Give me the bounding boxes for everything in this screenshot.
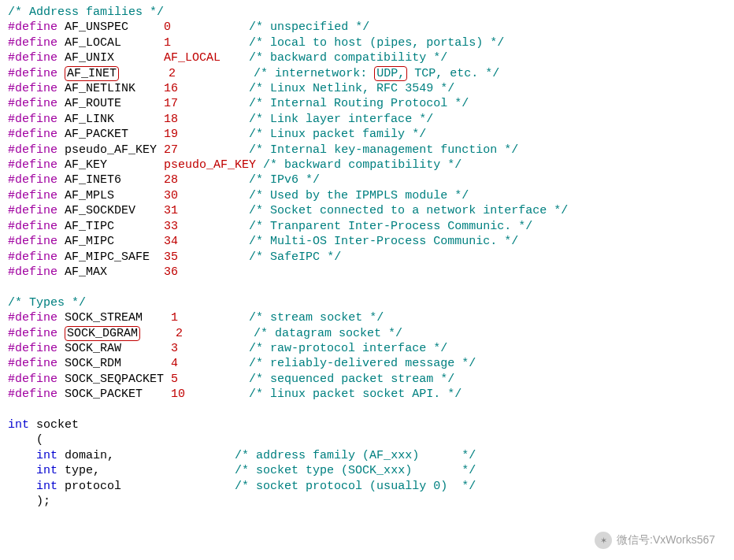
macro-name: AF_MIPC_SAFE bbox=[65, 250, 150, 264]
define-keyword: #define bbox=[8, 97, 57, 110]
macro-name: pseudo_AF_KEY bbox=[65, 143, 157, 157]
macro-comment: /* Used by the IPMPLS module */ bbox=[249, 189, 469, 202]
macro-comment: /* Link layer interface */ bbox=[249, 113, 433, 126]
param-type: int bbox=[36, 464, 57, 477]
define-keyword: #define bbox=[8, 51, 57, 65]
macro-value: 3 bbox=[171, 342, 178, 355]
define-keyword: #define bbox=[8, 204, 57, 217]
macro-comment: /* datagram socket */ bbox=[254, 327, 402, 340]
macro-value: 30 bbox=[164, 189, 178, 202]
macro-value: 36 bbox=[164, 265, 178, 279]
define-keyword: #define bbox=[8, 388, 57, 401]
macro-comment: /* stream socket */ bbox=[249, 311, 384, 325]
macro-comment: /* backward compatibility */ bbox=[263, 158, 462, 172]
param-name: domain, bbox=[65, 449, 235, 462]
macro-name: AF_MAX bbox=[65, 265, 107, 279]
macro-comment: /* IPv6 */ bbox=[249, 173, 320, 187]
macro-name: AF_MPLS bbox=[65, 189, 114, 202]
define-keyword: #define bbox=[8, 357, 57, 370]
macro-value: 18 bbox=[164, 113, 178, 126]
macro-name: AF_PACKET bbox=[65, 128, 128, 141]
macro-name: SOCK_SEQPACKET bbox=[65, 373, 164, 386]
macro-name: AF_NETLINK bbox=[65, 82, 135, 95]
define-keyword: #define bbox=[8, 327, 57, 340]
macro-name: SOCK_STREAM bbox=[65, 311, 143, 325]
macro-comment: /* Linux packet family */ bbox=[249, 128, 426, 141]
macro-value: 28 bbox=[164, 173, 178, 187]
define-keyword: #define bbox=[8, 189, 57, 202]
macro-name: AF_UNIX bbox=[65, 51, 114, 65]
define-keyword: #define bbox=[8, 20, 57, 34]
param-type: int bbox=[36, 480, 57, 493]
define-keyword: #define bbox=[8, 128, 57, 141]
param-name: type, bbox=[65, 464, 235, 477]
func-return-type: int bbox=[8, 418, 29, 432]
macro-value: pseudo_AF_KEY bbox=[164, 158, 256, 172]
macro-comment: /* Socket connected to a network interfa… bbox=[249, 204, 568, 217]
macro-value: 4 bbox=[171, 357, 178, 370]
macro-name: AF_KEY bbox=[65, 158, 107, 172]
macro-comment: /* internetwork: UDP, TCP, etc. */ bbox=[254, 66, 499, 81]
macro-value: 1 bbox=[164, 36, 171, 50]
code-block: /* Address families */ #define AF_UNSPEC… bbox=[0, 0, 734, 514]
macro-name: AF_UNSPEC bbox=[65, 20, 128, 34]
macro-comment: /* Multi-OS Inter-Process Communic. */ bbox=[249, 235, 518, 248]
macro-comment: /* Internal key-management function */ bbox=[249, 143, 518, 157]
macro-name: SOCK_RAW bbox=[65, 342, 121, 355]
section-comment-types: /* Types */ bbox=[8, 296, 86, 310]
macro-name: AF_ROUTE bbox=[65, 97, 121, 110]
macro-value: 2 bbox=[169, 67, 176, 80]
macro-name: AF_MIPC bbox=[65, 235, 114, 248]
param-type: int bbox=[36, 449, 57, 462]
macro-comment: /* raw-protocol interface */ bbox=[249, 342, 447, 355]
macro-comment: /* linux packet socket API. */ bbox=[249, 388, 462, 401]
macro-name: SOCK_RDM bbox=[65, 357, 121, 370]
macro-comment: /* SafeIPC */ bbox=[249, 250, 341, 264]
macro-value: 31 bbox=[164, 204, 178, 217]
macro-comment: /* Tranparent Inter-Process Communic. */ bbox=[249, 220, 532, 233]
define-keyword: #define bbox=[8, 113, 57, 126]
macro-comment: /* reliably-delivered message */ bbox=[249, 357, 476, 370]
macro-comment: /* local to host (pipes, portals) */ bbox=[249, 36, 504, 50]
macro-name: AF_INET6 bbox=[65, 173, 121, 187]
param-name: protocol bbox=[65, 480, 235, 493]
define-keyword: #define bbox=[8, 311, 57, 325]
macro-name: SOCK_PACKET bbox=[65, 388, 143, 401]
macro-value: 10 bbox=[171, 388, 185, 401]
macro-value: 0 bbox=[164, 20, 171, 34]
define-keyword: #define bbox=[8, 36, 57, 50]
macro-value: 27 bbox=[164, 143, 178, 157]
define-keyword: #define bbox=[8, 250, 57, 264]
macro-name: AF_LOCAL bbox=[65, 36, 121, 50]
macro-comment: /* Internal Routing Protocol */ bbox=[249, 97, 469, 110]
macro-value: 34 bbox=[164, 235, 178, 248]
param-comment: /* socket type (SOCK_xxx) */ bbox=[235, 464, 476, 477]
macro-name-boxed: AF_INET bbox=[65, 66, 119, 81]
define-keyword: #define bbox=[8, 173, 57, 187]
macro-value: 19 bbox=[164, 128, 178, 141]
comment-boxed: UDP, bbox=[374, 66, 407, 81]
macro-name: AF_LINK bbox=[65, 113, 114, 126]
define-keyword: #define bbox=[8, 67, 57, 80]
macro-name: AF_SOCKDEV bbox=[65, 204, 135, 217]
macro-comment: /* Linux Netlink, RFC 3549 */ bbox=[249, 82, 454, 95]
macro-value: 1 bbox=[171, 311, 178, 325]
define-keyword: #define bbox=[8, 265, 57, 279]
define-keyword: #define bbox=[8, 158, 57, 172]
func-name: socket bbox=[36, 418, 79, 432]
define-keyword: #define bbox=[8, 82, 57, 95]
macro-value: 16 bbox=[164, 82, 178, 95]
macro-value: 5 bbox=[171, 373, 178, 386]
macro-comment: /* backward compatibility */ bbox=[249, 51, 447, 65]
macro-value: 33 bbox=[164, 220, 178, 233]
macro-value: AF_LOCAL bbox=[164, 51, 221, 65]
macro-name-boxed: SOCK_DGRAM bbox=[65, 326, 140, 341]
macro-value: 17 bbox=[164, 97, 178, 110]
define-keyword: #define bbox=[8, 373, 57, 386]
define-keyword: #define bbox=[8, 342, 57, 355]
macro-value: 2 bbox=[176, 327, 183, 340]
macro-value: 35 bbox=[164, 250, 178, 264]
param-comment: /* address family (AF_xxx) */ bbox=[235, 449, 476, 462]
section-comment-af: /* Address families */ bbox=[8, 6, 164, 19]
macro-comment: /* unspecified */ bbox=[249, 20, 369, 34]
